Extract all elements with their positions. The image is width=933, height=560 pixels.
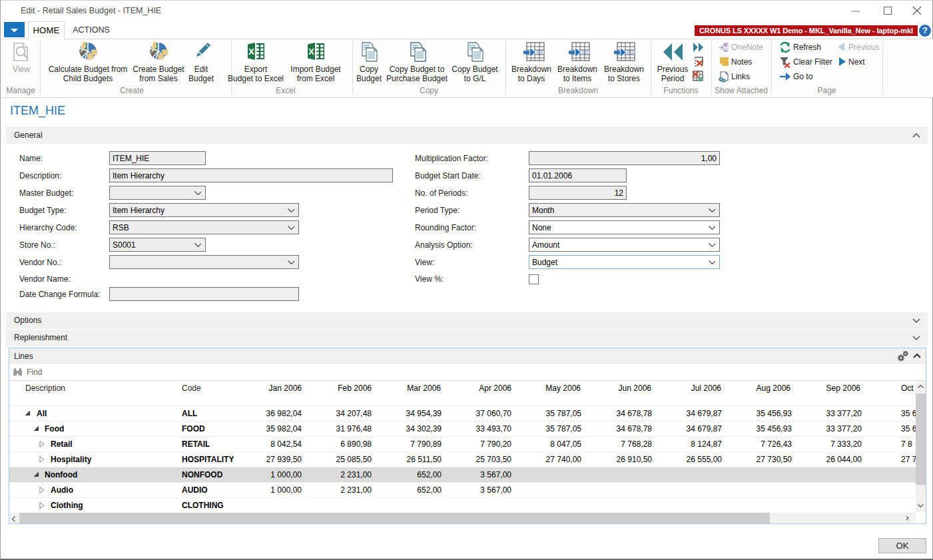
svg-text:X: X [248, 47, 254, 57]
svg-text:X: X [308, 47, 314, 57]
svg-text:N: N [723, 45, 727, 51]
